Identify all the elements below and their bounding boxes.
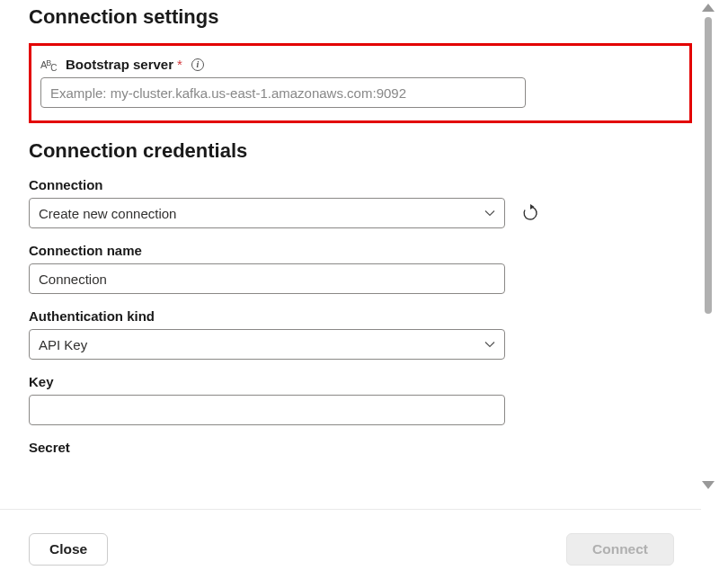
key-label: Key xyxy=(29,374,692,389)
secret-label: Secret xyxy=(29,440,692,455)
footer: Close Connect xyxy=(0,509,701,588)
connection-settings-heading: Connection settings xyxy=(29,5,692,29)
auth-kind-select-value: API Key xyxy=(39,337,87,352)
connect-button[interactable]: Connect xyxy=(566,533,674,566)
chevron-down-icon xyxy=(484,339,495,350)
text-type-icon: ABC xyxy=(40,59,60,70)
bootstrap-server-label-text: Bootstrap server xyxy=(66,57,173,72)
scroll-up-arrow-icon[interactable] xyxy=(702,4,715,12)
key-input[interactable] xyxy=(29,395,505,425)
refresh-icon[interactable] xyxy=(521,204,539,222)
connection-name-input[interactable] xyxy=(29,263,505,294)
connection-label: Connection xyxy=(29,177,692,192)
close-button[interactable]: Close xyxy=(29,533,108,566)
connection-name-label: Connection name xyxy=(29,243,692,258)
key-field: Key xyxy=(29,374,692,425)
auth-kind-label: Authentication kind xyxy=(29,308,692,324)
settings-panel: Connection settings ABC Bootstrap server… xyxy=(0,0,719,486)
bootstrap-server-input[interactable] xyxy=(40,77,526,108)
auth-kind-field: Authentication kind API Key xyxy=(29,308,692,360)
connection-name-field: Connection name xyxy=(29,243,692,294)
required-indicator: * xyxy=(177,57,182,72)
scrollbar-thumb[interactable] xyxy=(705,17,712,314)
scrollbar-track-mid[interactable] xyxy=(705,12,712,481)
bootstrap-server-label: ABC Bootstrap server * i xyxy=(40,57,680,72)
scroll-down-arrow-icon[interactable] xyxy=(702,481,715,489)
info-icon[interactable]: i xyxy=(191,58,204,71)
chevron-down-icon xyxy=(484,208,495,218)
connection-select-value: Create new connection xyxy=(39,206,176,221)
connection-credentials-heading: Connection credentials xyxy=(29,139,692,163)
scrollbar[interactable] xyxy=(701,4,715,489)
auth-kind-select[interactable]: API Key xyxy=(29,329,505,360)
secret-field: Secret xyxy=(29,440,692,455)
connection-select[interactable]: Create new connection xyxy=(29,198,505,228)
connection-field: Connection Create new connection xyxy=(29,177,692,228)
bootstrap-highlight-box: ABC Bootstrap server * i xyxy=(29,43,692,123)
